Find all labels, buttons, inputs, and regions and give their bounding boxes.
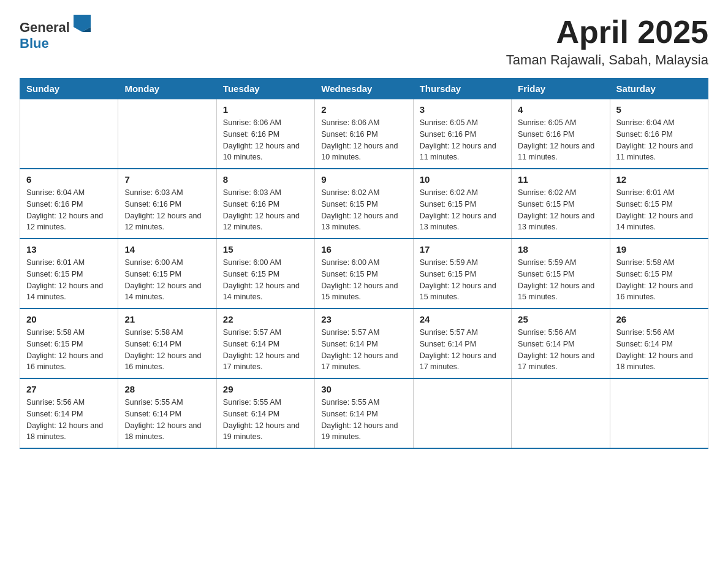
col-thursday: Thursday xyxy=(413,79,511,99)
day-detail-18: Sunrise: 5:59 AM Sunset: 6:15 PM Dayligh… xyxy=(518,257,603,303)
day-num-7: 7 xyxy=(124,174,210,185)
day-detail-27: Sunrise: 5:56 AM Sunset: 6:14 PM Dayligh… xyxy=(26,397,112,443)
day-detail-11: Sunrise: 6:02 AM Sunset: 6:15 PM Dayligh… xyxy=(518,187,603,233)
logo-blue: Blue xyxy=(20,36,49,51)
cell-w3-d0: 13Sunrise: 6:01 AM Sunset: 6:15 PM Dayli… xyxy=(20,239,118,308)
cell-w4-d0: 20Sunrise: 5:58 AM Sunset: 6:15 PM Dayli… xyxy=(20,308,118,378)
day-detail-1: Sunrise: 6:06 AM Sunset: 6:16 PM Dayligh… xyxy=(223,117,308,163)
location-title: Taman Rajawali, Sabah, Malaysia xyxy=(506,52,708,68)
cell-w2-d5: 11Sunrise: 6:02 AM Sunset: 6:15 PM Dayli… xyxy=(512,169,610,239)
title-block: April 2025 Taman Rajawali, Sabah, Malays… xyxy=(506,15,708,68)
cell-w4-d6: 26Sunrise: 5:56 AM Sunset: 6:14 PM Dayli… xyxy=(610,308,708,378)
day-num-15: 15 xyxy=(223,244,308,255)
day-detail-5: Sunrise: 6:04 AM Sunset: 6:16 PM Dayligh… xyxy=(616,117,702,163)
logo-icon xyxy=(74,15,91,32)
day-detail-3: Sunrise: 6:05 AM Sunset: 6:16 PM Dayligh… xyxy=(420,117,505,163)
cell-w5-d1: 28Sunrise: 5:55 AM Sunset: 6:14 PM Dayli… xyxy=(118,378,216,448)
cell-w2-d4: 10Sunrise: 6:02 AM Sunset: 6:15 PM Dayli… xyxy=(413,169,511,239)
week-row-3: 13Sunrise: 6:01 AM Sunset: 6:15 PM Dayli… xyxy=(20,239,708,308)
day-detail-13: Sunrise: 6:01 AM Sunset: 6:15 PM Dayligh… xyxy=(26,257,112,303)
col-saturday: Saturday xyxy=(610,79,708,99)
logo: General Blue xyxy=(20,15,91,52)
col-sunday: Sunday xyxy=(20,79,118,99)
calendar-table: Sunday Monday Tuesday Wednesday Thursday… xyxy=(20,78,708,449)
cell-w1-d5: 4Sunrise: 6:05 AM Sunset: 6:16 PM Daylig… xyxy=(512,99,610,169)
day-num-27: 27 xyxy=(26,384,112,394)
day-detail-6: Sunrise: 6:04 AM Sunset: 6:16 PM Dayligh… xyxy=(26,187,112,233)
day-num-29: 29 xyxy=(223,384,308,394)
cell-w5-d5 xyxy=(512,378,610,448)
day-num-23: 23 xyxy=(321,314,406,324)
cell-w2-d2: 8Sunrise: 6:03 AM Sunset: 6:16 PM Daylig… xyxy=(216,169,314,239)
day-num-5: 5 xyxy=(616,104,702,115)
col-monday: Monday xyxy=(118,79,216,99)
cell-w3-d4: 17Sunrise: 5:59 AM Sunset: 6:15 PM Dayli… xyxy=(413,239,511,308)
cell-w5-d3: 30Sunrise: 5:55 AM Sunset: 6:14 PM Dayli… xyxy=(315,378,413,448)
cell-w4-d3: 23Sunrise: 5:57 AM Sunset: 6:14 PM Dayli… xyxy=(315,308,413,378)
day-num-21: 21 xyxy=(124,314,210,324)
calendar-header-row: Sunday Monday Tuesday Wednesday Thursday… xyxy=(20,79,708,99)
month-title: April 2025 xyxy=(506,15,708,50)
day-detail-12: Sunrise: 6:01 AM Sunset: 6:15 PM Dayligh… xyxy=(616,187,702,233)
day-detail-15: Sunrise: 6:00 AM Sunset: 6:15 PM Dayligh… xyxy=(223,257,308,303)
cell-w1-d3: 2Sunrise: 6:06 AM Sunset: 6:16 PM Daylig… xyxy=(315,99,413,169)
cell-w2-d6: 12Sunrise: 6:01 AM Sunset: 6:15 PM Dayli… xyxy=(610,169,708,239)
cell-w3-d1: 14Sunrise: 6:00 AM Sunset: 6:15 PM Dayli… xyxy=(118,239,216,308)
day-detail-7: Sunrise: 6:03 AM Sunset: 6:16 PM Dayligh… xyxy=(124,187,210,233)
day-num-30: 30 xyxy=(321,384,406,394)
day-detail-16: Sunrise: 6:00 AM Sunset: 6:15 PM Dayligh… xyxy=(321,257,406,303)
day-num-16: 16 xyxy=(321,244,406,255)
cell-w4-d1: 21Sunrise: 5:58 AM Sunset: 6:14 PM Dayli… xyxy=(118,308,216,378)
day-num-12: 12 xyxy=(616,174,702,185)
cell-w3-d2: 15Sunrise: 6:00 AM Sunset: 6:15 PM Dayli… xyxy=(216,239,314,308)
day-detail-21: Sunrise: 5:58 AM Sunset: 6:14 PM Dayligh… xyxy=(124,327,210,373)
day-num-1: 1 xyxy=(223,104,308,115)
day-num-20: 20 xyxy=(26,314,112,324)
day-detail-22: Sunrise: 5:57 AM Sunset: 6:14 PM Dayligh… xyxy=(223,327,308,373)
day-num-19: 19 xyxy=(616,244,702,255)
day-detail-2: Sunrise: 6:06 AM Sunset: 6:16 PM Dayligh… xyxy=(321,117,406,163)
logo-text: General Blue xyxy=(20,15,91,52)
day-detail-17: Sunrise: 5:59 AM Sunset: 6:15 PM Dayligh… xyxy=(420,257,505,303)
day-num-25: 25 xyxy=(518,314,603,324)
week-row-4: 20Sunrise: 5:58 AM Sunset: 6:15 PM Dayli… xyxy=(20,308,708,378)
day-detail-20: Sunrise: 5:58 AM Sunset: 6:15 PM Dayligh… xyxy=(26,327,112,373)
day-detail-29: Sunrise: 5:55 AM Sunset: 6:14 PM Dayligh… xyxy=(223,397,308,443)
day-num-3: 3 xyxy=(420,104,505,115)
day-num-24: 24 xyxy=(420,314,505,324)
day-num-17: 17 xyxy=(420,244,505,255)
day-num-2: 2 xyxy=(321,104,406,115)
day-detail-10: Sunrise: 6:02 AM Sunset: 6:15 PM Dayligh… xyxy=(420,187,505,233)
cell-w1-d4: 3Sunrise: 6:05 AM Sunset: 6:16 PM Daylig… xyxy=(413,99,511,169)
cell-w1-d2: 1Sunrise: 6:06 AM Sunset: 6:16 PM Daylig… xyxy=(216,99,314,169)
day-detail-9: Sunrise: 6:02 AM Sunset: 6:15 PM Dayligh… xyxy=(321,187,406,233)
col-tuesday: Tuesday xyxy=(216,79,314,99)
day-detail-26: Sunrise: 5:56 AM Sunset: 6:14 PM Dayligh… xyxy=(616,327,702,373)
week-row-1: 1Sunrise: 6:06 AM Sunset: 6:16 PM Daylig… xyxy=(20,99,708,169)
day-detail-4: Sunrise: 6:05 AM Sunset: 6:16 PM Dayligh… xyxy=(518,117,603,163)
cell-w4-d5: 25Sunrise: 5:56 AM Sunset: 6:14 PM Dayli… xyxy=(512,308,610,378)
cell-w2-d0: 6Sunrise: 6:04 AM Sunset: 6:16 PM Daylig… xyxy=(20,169,118,239)
week-row-5: 27Sunrise: 5:56 AM Sunset: 6:14 PM Dayli… xyxy=(20,378,708,448)
day-detail-24: Sunrise: 5:57 AM Sunset: 6:14 PM Dayligh… xyxy=(420,327,505,373)
page-header: General Blue April 2025 Taman Rajawali, … xyxy=(20,15,708,68)
day-num-22: 22 xyxy=(223,314,308,324)
col-wednesday: Wednesday xyxy=(315,79,413,99)
day-detail-28: Sunrise: 5:55 AM Sunset: 6:14 PM Dayligh… xyxy=(124,397,210,443)
cell-w5-d6 xyxy=(610,378,708,448)
cell-w5-d4 xyxy=(413,378,511,448)
day-detail-23: Sunrise: 5:57 AM Sunset: 6:14 PM Dayligh… xyxy=(321,327,406,373)
day-num-8: 8 xyxy=(223,174,308,185)
day-num-18: 18 xyxy=(518,244,603,255)
cell-w3-d6: 19Sunrise: 5:58 AM Sunset: 6:15 PM Dayli… xyxy=(610,239,708,308)
day-detail-25: Sunrise: 5:56 AM Sunset: 6:14 PM Dayligh… xyxy=(518,327,603,373)
day-detail-19: Sunrise: 5:58 AM Sunset: 6:15 PM Dayligh… xyxy=(616,257,702,303)
cell-w1-d1 xyxy=(118,99,216,169)
cell-w4-d4: 24Sunrise: 5:57 AM Sunset: 6:14 PM Dayli… xyxy=(413,308,511,378)
cell-w4-d2: 22Sunrise: 5:57 AM Sunset: 6:14 PM Dayli… xyxy=(216,308,314,378)
logo-general: General xyxy=(20,20,70,35)
day-detail-8: Sunrise: 6:03 AM Sunset: 6:16 PM Dayligh… xyxy=(223,187,308,233)
day-num-4: 4 xyxy=(518,104,603,115)
cell-w3-d3: 16Sunrise: 6:00 AM Sunset: 6:15 PM Dayli… xyxy=(315,239,413,308)
day-num-11: 11 xyxy=(518,174,603,185)
